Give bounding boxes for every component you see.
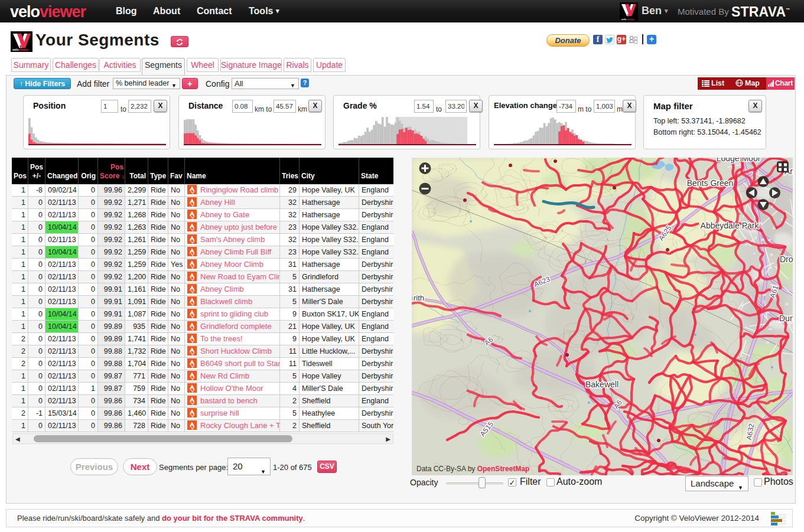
svg-text:veloviewer: veloviewer: [621, 18, 635, 21]
svg-text:Dronfield: Dronfield: [780, 254, 793, 264]
svg-text:rith: rith: [414, 293, 424, 302]
svg-text:Abbeydale Park: Abbeydale Park: [701, 221, 760, 230]
svg-text:Bents Green: Bents Green: [687, 178, 734, 188]
svg-text:veloviewer: veloviewer: [12, 48, 29, 51]
svg-text:Lodge Moor: Lodge Moor: [717, 158, 761, 163]
svg-text:Bakewell: Bakewell: [585, 380, 619, 389]
svg-text:Dun: Dun: [779, 314, 793, 323]
